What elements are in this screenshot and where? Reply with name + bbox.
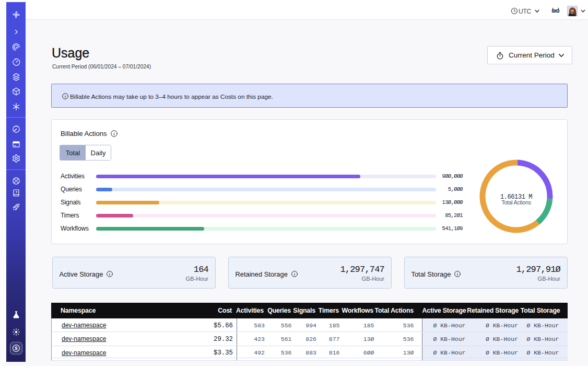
- svg-text:$: $: [15, 345, 18, 351]
